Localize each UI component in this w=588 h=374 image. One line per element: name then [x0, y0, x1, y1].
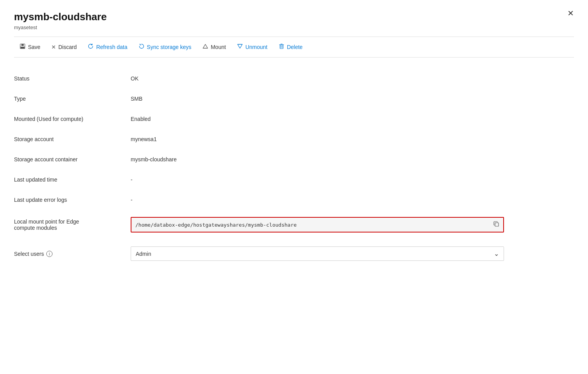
- mounted-value: Enabled: [123, 109, 574, 129]
- local-mount-label-line2: compute modules: [14, 225, 123, 231]
- select-users-value: Admin: [136, 251, 151, 257]
- discard-icon: ✕: [51, 44, 56, 50]
- panel-title: mysmb-cloudshare: [14, 11, 574, 23]
- storage-container-value: mysmb-cloudshare: [123, 149, 574, 170]
- storage-account-value: mynewsa1: [123, 129, 574, 149]
- close-icon: ✕: [567, 9, 574, 17]
- last-error-label: Last update error logs: [14, 190, 123, 210]
- sync-button[interactable]: Sync storage keys: [133, 41, 197, 53]
- save-icon: [19, 43, 26, 51]
- chevron-down-icon: ⌄: [494, 250, 499, 257]
- select-users-label-cell: Select users i: [14, 244, 123, 264]
- save-label: Save: [28, 44, 40, 50]
- svg-rect-1: [21, 44, 24, 46]
- storage-container-label: Storage account container: [14, 149, 123, 170]
- delete-label: Delete: [287, 44, 303, 50]
- mount-path-container: /home/databox-edge/hostgatewayshares/mys…: [131, 217, 504, 232]
- discard-button[interactable]: ✕ Discard: [46, 42, 82, 52]
- local-mount-field: /home/databox-edge/hostgatewayshares/mys…: [123, 210, 574, 239]
- mount-icon: [202, 43, 208, 51]
- save-button[interactable]: Save: [14, 41, 46, 53]
- svg-rect-5: [280, 45, 283, 49]
- discard-label: Discard: [58, 44, 77, 50]
- delete-icon: [278, 43, 285, 51]
- mounted-label: Mounted (Used for compute): [14, 109, 123, 129]
- status-value: OK: [123, 68, 574, 89]
- last-updated-label: Last updated time: [14, 170, 123, 190]
- panel: ✕ mysmb-cloudshare myasetest Save ✕ Disc…: [0, 0, 588, 374]
- select-users-dropdown[interactable]: Admin ⌄: [131, 246, 504, 261]
- last-error-value: -: [123, 190, 574, 210]
- copy-icon[interactable]: [493, 221, 499, 229]
- refresh-button[interactable]: Refresh data: [82, 41, 133, 53]
- toolbar: Save ✕ Discard Refresh data Sync st: [14, 37, 574, 58]
- svg-rect-2: [21, 47, 24, 49]
- last-updated-value: -: [123, 170, 574, 190]
- status-label: Status: [14, 68, 123, 89]
- refresh-label: Refresh data: [96, 44, 127, 50]
- select-users-field: Admin ⌄: [123, 239, 574, 268]
- type-value: SMB: [123, 89, 574, 109]
- local-mount-label-line1: Local mount point for Edge: [14, 218, 123, 225]
- sync-label: Sync storage keys: [147, 44, 191, 50]
- sync-icon: [138, 43, 145, 51]
- close-button[interactable]: ✕: [567, 9, 574, 17]
- local-mount-label: Local mount point for Edge compute modul…: [14, 210, 123, 239]
- unmount-label: Unmount: [245, 44, 268, 50]
- content-grid: Status OK Type SMB Mounted (Used for com…: [14, 68, 574, 268]
- type-label: Type: [14, 89, 123, 109]
- select-users-text: Select users: [14, 251, 44, 257]
- delete-button[interactable]: Delete: [273, 41, 308, 53]
- unmount-icon: [237, 43, 243, 51]
- select-users-info-icon[interactable]: i: [46, 251, 52, 257]
- unmount-button[interactable]: Unmount: [231, 41, 273, 53]
- svg-rect-10: [495, 223, 499, 226]
- refresh-icon: [88, 43, 94, 51]
- storage-account-label: Storage account: [14, 129, 123, 149]
- svg-marker-3: [203, 44, 208, 48]
- mount-path-text: /home/databox-edge/hostgatewayshares/mys…: [135, 222, 490, 228]
- mount-button[interactable]: Mount: [197, 41, 231, 53]
- select-users-label: Select users i: [14, 251, 123, 257]
- svg-marker-4: [238, 44, 242, 48]
- mount-label: Mount: [211, 44, 226, 50]
- panel-subtitle: myasetest: [14, 24, 574, 30]
